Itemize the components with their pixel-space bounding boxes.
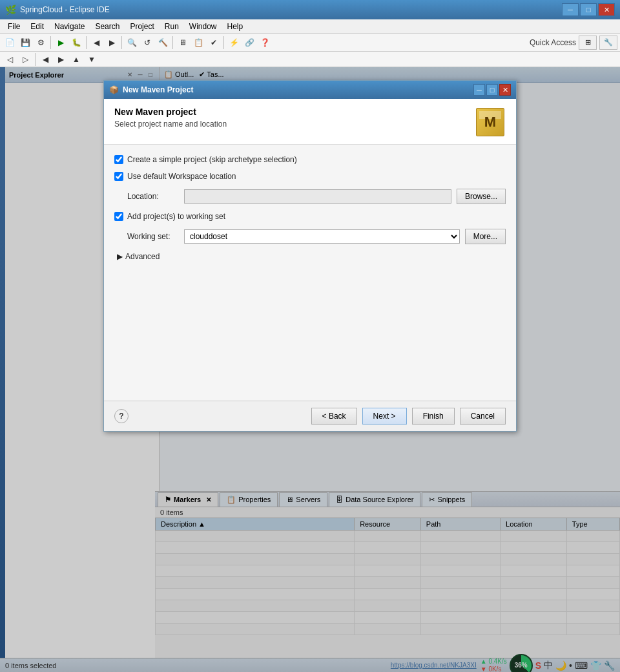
quick-access-btn-1[interactable]: ⊞ bbox=[579, 36, 597, 50]
menu-edit[interactable]: Edit bbox=[25, 21, 49, 32]
minimize-button[interactable]: ─ bbox=[562, 3, 579, 16]
menu-window[interactable]: Window bbox=[184, 21, 222, 32]
toolbar-sep-5 bbox=[223, 36, 224, 49]
toolbar2-fwd-btn[interactable]: ▷ bbox=[18, 52, 32, 67]
toolbar-refresh-btn[interactable]: ↺ bbox=[140, 36, 154, 50]
toolbar-search-btn[interactable]: 🔍 bbox=[125, 36, 139, 50]
back-button[interactable]: < Back bbox=[311, 408, 357, 425]
location-input[interactable] bbox=[184, 189, 451, 204]
toolbar-right: Quick Access ⊞ 🔧 bbox=[530, 36, 617, 50]
workspace-location-label: Use default Workspace location bbox=[127, 172, 236, 181]
dialog-footer: ? < Back Next > Finish Cancel bbox=[104, 401, 516, 431]
dialog-body: Create a simple project (skip archetype … bbox=[104, 145, 516, 401]
close-button[interactable]: ✕ bbox=[598, 3, 615, 16]
workspace-location-checkbox[interactable] bbox=[114, 172, 123, 181]
menu-help[interactable]: Help bbox=[222, 21, 249, 32]
menu-search[interactable]: Search bbox=[90, 21, 125, 32]
workingset-select[interactable]: clouddoset bbox=[184, 229, 460, 244]
quick-access-label: Quick Access bbox=[530, 38, 576, 47]
toolbar2-sep-1 bbox=[35, 53, 36, 66]
toolbar-settings-btn[interactable]: ⚙ bbox=[34, 36, 48, 50]
location-label: Location: bbox=[127, 192, 179, 201]
next-button[interactable]: Next > bbox=[362, 408, 407, 425]
dialog-header: New Maven project Select project name an… bbox=[104, 99, 516, 145]
toolbar2-prev-btn[interactable]: ◀ bbox=[38, 52, 52, 67]
advanced-triangle-icon: ▶ bbox=[117, 252, 123, 261]
more-button[interactable]: More... bbox=[465, 229, 506, 244]
main-area: Project Explorer ✕ ─ □ 📋 Outl... ✔ Tas..… bbox=[0, 67, 620, 672]
toolbar-sep-3 bbox=[121, 36, 122, 49]
maximize-button[interactable]: □ bbox=[580, 3, 597, 16]
dialog-close-btn[interactable]: ✕ bbox=[499, 84, 511, 96]
dialog-content-area bbox=[114, 261, 506, 390]
dialog-minimize-btn[interactable]: ─ bbox=[473, 84, 485, 96]
dialog-header-icon: M bbox=[475, 107, 506, 138]
simple-project-checkbox[interactable] bbox=[114, 155, 123, 164]
toolbar-sep-1 bbox=[50, 36, 51, 49]
browse-button[interactable]: Browse... bbox=[457, 189, 506, 204]
workingset-label: Add project(s) to working set bbox=[127, 212, 225, 221]
finish-button[interactable]: Finish bbox=[412, 408, 455, 425]
workingset-select-row: Working set: clouddoset More... bbox=[127, 229, 506, 244]
dialog-titlebar: 📦 New Maven Project ─ □ ✕ bbox=[104, 81, 516, 99]
toolbar-task-btn[interactable]: ✔ bbox=[207, 36, 221, 50]
location-row: Location: Browse... bbox=[127, 189, 506, 204]
toolbar-sep-2 bbox=[86, 36, 87, 49]
workingset-checkbox[interactable] bbox=[114, 212, 123, 221]
title-bar-text: SpringCloud - Eclipse IDE bbox=[20, 5, 562, 14]
toolbar-build-btn[interactable]: 🔨 bbox=[156, 36, 170, 50]
advanced-row[interactable]: ▶ Advanced bbox=[117, 252, 506, 261]
workingset-select-label: Working set: bbox=[127, 232, 179, 241]
dialog-header-left: New Maven project Select project name an… bbox=[114, 107, 227, 129]
toolbar-console-btn[interactable]: 📋 bbox=[191, 36, 205, 50]
menu-file[interactable]: File bbox=[3, 21, 25, 32]
toolbar2-back-btn[interactable]: ◁ bbox=[3, 52, 17, 67]
menu-run[interactable]: Run bbox=[160, 21, 184, 32]
toolbar2-down-btn[interactable]: ▼ bbox=[85, 52, 99, 67]
toolbar-new-btn[interactable]: 📄 bbox=[3, 36, 17, 50]
workingset-row: Add project(s) to working set bbox=[114, 212, 506, 221]
toolbar-2: ◁ ▷ ◀ ▶ ▲ ▼ bbox=[0, 52, 620, 67]
toolbar-1: 📄 💾 ⚙ ▶ 🐛 ◀ ▶ 🔍 ↺ 🔨 🖥 📋 ✔ ⚡ 🔗 ❓ Quick Ac… bbox=[0, 34, 620, 52]
simple-project-label: Create a simple project (skip archetype … bbox=[127, 155, 297, 164]
workspace-location-row: Use default Workspace location bbox=[114, 172, 506, 181]
new-maven-project-dialog: 📦 New Maven Project ─ □ ✕ New Maven proj… bbox=[103, 80, 517, 432]
menu-navigate[interactable]: Navigate bbox=[49, 21, 90, 32]
dialog-maximize-btn[interactable]: □ bbox=[486, 84, 498, 96]
dialog-icon: 📦 bbox=[109, 85, 119, 94]
title-bar-buttons: ─ □ ✕ bbox=[562, 3, 615, 16]
cancel-button[interactable]: Cancel bbox=[460, 408, 506, 425]
dialog-title: New Maven Project bbox=[123, 85, 473, 94]
toolbar-sep-4 bbox=[172, 36, 173, 49]
advanced-label: Advanced bbox=[125, 252, 160, 261]
dialog-header-subtitle: Select project name and location bbox=[114, 120, 227, 129]
help-button[interactable]: ? bbox=[114, 409, 129, 423]
modal-overlay: 📦 New Maven Project ─ □ ✕ New Maven proj… bbox=[0, 67, 620, 672]
toolbar-run-btn[interactable]: ▶ bbox=[54, 36, 68, 50]
app-icon: 🌿 bbox=[5, 5, 16, 15]
simple-project-row: Create a simple project (skip archetype … bbox=[114, 155, 506, 164]
dialog-footer-buttons: < Back Next > Finish Cancel bbox=[311, 408, 506, 425]
title-bar: 🌿 SpringCloud - Eclipse IDE ─ □ ✕ bbox=[0, 0, 620, 19]
toolbar-extra2-btn[interactable]: 🔗 bbox=[242, 36, 256, 50]
maven-icon: M bbox=[476, 108, 504, 136]
toolbar2-next-btn[interactable]: ▶ bbox=[54, 52, 68, 67]
menu-bar: File Edit Navigate Search Project Run Wi… bbox=[0, 19, 620, 34]
toolbar-forward-btn[interactable]: ▶ bbox=[105, 36, 119, 50]
toolbar2-up-btn[interactable]: ▲ bbox=[69, 52, 83, 67]
toolbar-extra1-btn[interactable]: ⚡ bbox=[227, 36, 241, 50]
toolbar-help-icon-btn[interactable]: ❓ bbox=[258, 36, 272, 50]
toolbar-debug-btn[interactable]: 🐛 bbox=[69, 36, 83, 50]
toolbar-save-btn[interactable]: 💾 bbox=[18, 36, 32, 50]
menu-project[interactable]: Project bbox=[125, 21, 159, 32]
quick-access-btn-2[interactable]: 🔧 bbox=[599, 36, 617, 50]
toolbar-back-btn[interactable]: ◀ bbox=[89, 36, 103, 50]
dialog-header-title: New Maven project bbox=[114, 107, 227, 117]
toolbar-server-btn[interactable]: 🖥 bbox=[176, 36, 190, 50]
